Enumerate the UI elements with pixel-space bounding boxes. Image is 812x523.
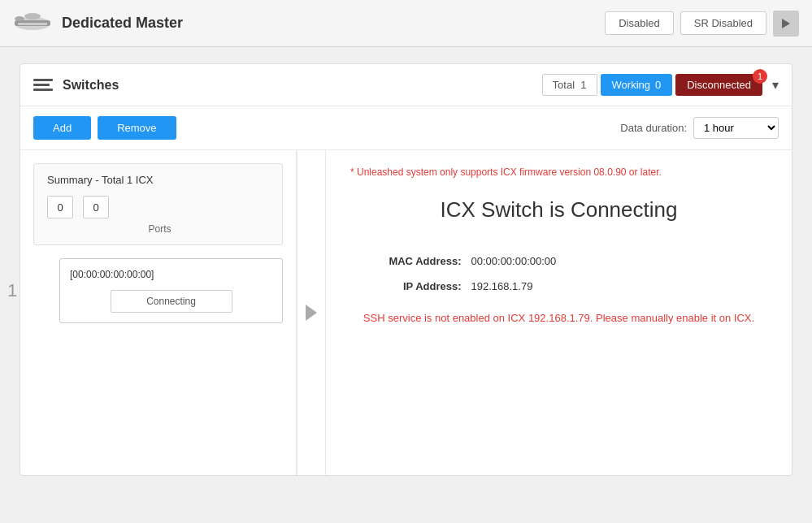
arrow-right-icon <box>306 305 317 321</box>
disconnected-label: Disconnected <box>687 79 751 91</box>
dropdown-arrow-icon[interactable]: ▾ <box>772 77 779 93</box>
split-layout: Summary - Total 1 ICX 0 0 Ports 1 [00:00… <box>20 150 792 475</box>
data-duration-select[interactable]: 1 hour 6 hours 24 hours <box>693 117 779 139</box>
working-button[interactable]: Working 0 <box>601 74 673 96</box>
add-button[interactable]: Add <box>33 116 91 140</box>
top-bar-left: Dedicated Master <box>13 12 183 35</box>
switches-header: Switches Total 1 Working 0 Disconnected … <box>20 64 792 106</box>
ssh-warning: SSH service is not enabled on ICX 192.16… <box>350 312 767 324</box>
header-stats: Total 1 Working 0 Disconnected 1 ▾ <box>542 74 779 96</box>
left-panel: Summary - Total 1 ICX 0 0 Ports 1 [00:00… <box>20 150 297 475</box>
toolbar-left: Add Remove <box>33 116 176 140</box>
mac-label: MAC Address: <box>364 255 462 267</box>
connecting-title: ICX Switch is Connecting <box>350 197 767 223</box>
port-box-2: 0 <box>83 196 109 218</box>
ports-row: 0 0 <box>47 196 269 218</box>
svg-point-4 <box>24 13 41 19</box>
top-bar: Dedicated Master Disabled SR Disabled <box>0 0 812 47</box>
play-icon <box>782 19 790 28</box>
warning-text: * Unleashed system only supports ICX fir… <box>350 166 767 178</box>
remove-button[interactable]: Remove <box>98 116 176 140</box>
port-box-1: 0 <box>47 196 73 218</box>
switches-title: Switches <box>63 78 532 93</box>
sr-disabled-button[interactable]: SR Disabled <box>680 11 766 35</box>
disconnected-button[interactable]: Disconnected 1 <box>675 74 762 96</box>
right-panel: * Unleashed system only supports ICX fir… <box>326 150 792 475</box>
svg-rect-2 <box>18 23 47 25</box>
summary-title: Summary - Total 1 ICX <box>47 174 269 186</box>
mac-value: 00:00:00:00:00:00 <box>471 255 557 267</box>
data-duration-label: Data duration: <box>620 122 687 134</box>
page-title: Dedicated Master <box>62 15 183 32</box>
ip-row: IP Address: 192.168.1.79 <box>364 280 754 292</box>
total-count: 1 <box>580 79 586 91</box>
switch-item-wrapper: 1 [00:00:00:00:00:00] Connecting <box>33 258 283 323</box>
info-table: MAC Address: 00:00:00:00:00:00 IP Addres… <box>364 255 754 292</box>
switches-panel: Switches Total 1 Working 0 Disconnected … <box>20 63 792 476</box>
router-icon <box>13 12 52 35</box>
ports-label: Ports <box>50 223 269 235</box>
switch-item: [00:00:00:00:00:00] Connecting <box>59 258 283 323</box>
disconnected-badge: 1 <box>753 69 767 84</box>
top-bar-right: Disabled SR Disabled <box>605 11 799 37</box>
ip-label: IP Address: <box>364 280 462 292</box>
summary-subtitle: - Total 1 ICX <box>95 174 153 186</box>
switch-mac: [00:00:00:00:00:00] <box>70 269 272 280</box>
working-label: Working <box>612 79 650 91</box>
ip-value: 192.168.1.79 <box>471 280 533 292</box>
main-content: Switches Total 1 Working 0 Disconnected … <box>0 47 812 523</box>
total-box: Total 1 <box>542 74 597 96</box>
total-label: Total <box>553 79 575 91</box>
svg-point-3 <box>15 16 24 21</box>
connecting-button[interactable]: Connecting <box>111 290 232 313</box>
data-duration-row: Data duration: 1 hour 6 hours 24 hours <box>620 117 779 139</box>
summary-label: Summary <box>47 174 93 186</box>
disabled-button[interactable]: Disabled <box>605 11 674 35</box>
mac-row: MAC Address: 00:00:00:00:00:00 <box>364 255 754 267</box>
arrow-divider <box>297 150 326 475</box>
svg-marker-5 <box>782 19 790 28</box>
working-count: 0 <box>655 79 661 91</box>
summary-box: Summary - Total 1 ICX 0 0 Ports <box>33 163 283 245</box>
switches-icon <box>33 79 53 91</box>
play-button[interactable] <box>773 11 799 37</box>
switch-number: 1 <box>7 280 17 301</box>
toolbar-row: Add Remove Data duration: 1 hour 6 hours… <box>20 106 792 150</box>
